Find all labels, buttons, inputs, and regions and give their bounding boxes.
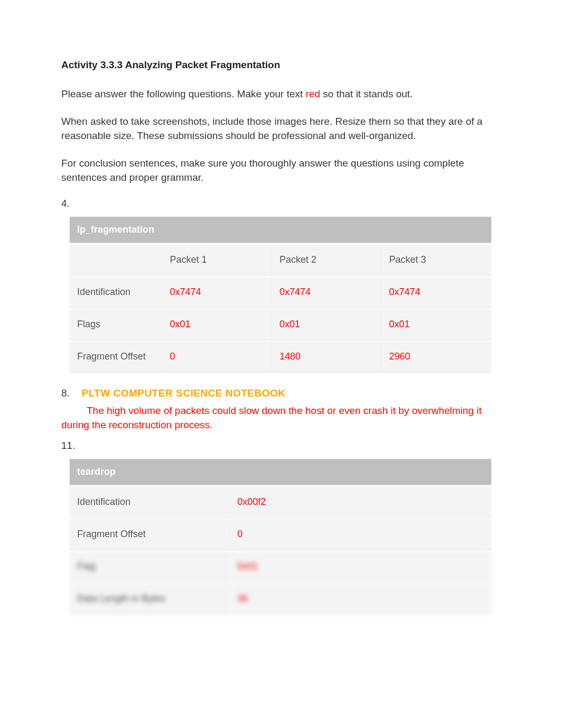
header-packet2: Packet 2 [272, 245, 381, 275]
row-value: 0x01 [230, 551, 491, 582]
question-4-number: 4. [61, 198, 500, 209]
ip-fragmentation-table-wrap: ip_fragmentation Packet 1 Packet 2 Packe… [70, 215, 491, 374]
intro-paragraph-3: For conclusion sentences, make sure you … [61, 156, 500, 185]
row-value: 0x7474 [272, 277, 381, 307]
row-value: 0 [230, 519, 491, 549]
table-title-cell: teardrop [70, 459, 491, 485]
table-header-row: Packet 1 Packet 2 Packet 3 [70, 245, 491, 275]
row-value: 1480 [272, 342, 381, 372]
table-row: Fragment Offset 0 1480 2960 [70, 342, 491, 372]
teardrop-table: teardrop Identification 0x00f2 Fragment … [70, 457, 491, 616]
header-empty [70, 245, 163, 275]
intro-paragraph-2: When asked to take screenshots, include … [61, 114, 500, 143]
row-label: Identification [70, 487, 230, 517]
teardrop-table-wrap: teardrop Identification 0x00f2 Fragment … [70, 457, 491, 616]
row-value: 0x01 [381, 309, 491, 339]
ip-fragmentation-table: ip_fragmentation Packet 1 Packet 2 Packe… [70, 215, 491, 374]
row-value: 2960 [381, 342, 491, 372]
row-value: 0x7474 [381, 277, 491, 307]
row-label: Identification [70, 277, 163, 307]
document-page: Activity 3.3.3 Analyzing Packet Fragment… [0, 0, 561, 728]
activity-title: Activity 3.3.3 Analyzing Packet Fragment… [61, 59, 500, 71]
header-packet3: Packet 3 [381, 245, 491, 275]
table-row-blurred: Flag 0x01 [70, 551, 491, 582]
row-value: 0x7474 [163, 277, 272, 307]
question-8-answer: The high volume of packets could slow do… [61, 403, 500, 432]
table-row: Identification 0x00f2 [70, 487, 491, 517]
row-value: 36 [230, 584, 491, 614]
row-label: Flags [70, 309, 163, 339]
intro-line1-post: so that it stands out. [320, 88, 413, 99]
table-row: Identification 0x7474 0x7474 0x7474 [70, 277, 491, 307]
row-value: 0x01 [163, 309, 272, 339]
row-label: Flag [70, 551, 230, 582]
row-label: Fragment Offset [70, 519, 230, 549]
table-title-row: ip_fragmentation [70, 217, 491, 243]
question-8-section: 8. PLTW COMPUTER SCIENCE NOTEBOOK The hi… [61, 388, 500, 432]
table-row: Fragment Offset 0 [70, 519, 491, 549]
row-label: Data Length in Bytes [70, 584, 230, 614]
row-label: Fragment Offset [70, 342, 163, 372]
row-value: 0 [163, 342, 272, 372]
row-value: 0x01 [272, 309, 381, 339]
table-row: Flags 0x01 0x01 0x01 [70, 309, 491, 339]
question-8-header: 8. PLTW COMPUTER SCIENCE NOTEBOOK [61, 388, 500, 399]
header-packet1: Packet 1 [163, 245, 272, 275]
row-value: 0x00f2 [230, 487, 491, 517]
table-row-blurred: Data Length in Bytes 36 [70, 584, 491, 614]
table-title-row: teardrop [70, 459, 491, 485]
intro-line1-red: red [306, 88, 320, 99]
intro-paragraph-1: Please answer the following questions. M… [61, 87, 500, 102]
table-title-cell: ip_fragmentation [70, 217, 491, 243]
question-11-number: 11. [61, 440, 500, 451]
pltw-watermark: PLTW COMPUTER SCIENCE NOTEBOOK [81, 388, 285, 399]
question-8-number: 8. [61, 388, 70, 399]
intro-line1-pre: Please answer the following questions. M… [61, 88, 306, 99]
